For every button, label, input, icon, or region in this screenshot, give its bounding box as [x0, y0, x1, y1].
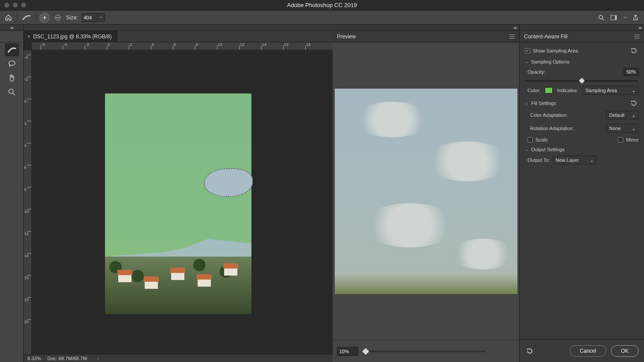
- rotation-adaptation-label: Rotation Adaptation:: [530, 126, 574, 131]
- window-titlebar: Adobe Photoshop CC 2019: [0, 0, 644, 11]
- zoom-tool[interactable]: [5, 86, 19, 99]
- app-title: Adobe Photoshop CC 2019: [0, 2, 644, 8]
- sampling-brush-tool[interactable]: [5, 43, 19, 56]
- chevron-down-icon: ⌄: [525, 60, 528, 64]
- collapse-preview-icon[interactable]: ▸▸: [514, 25, 517, 30]
- canvas-viewport[interactable]: [32, 50, 333, 354]
- show-sampling-area-label: Show Sampling Area: [533, 48, 578, 53]
- subtract-from-sampling-button[interactable]: [53, 13, 63, 22]
- document-tab[interactable]: × DSC_1123.jpg @ 8.33% (RGB/8): [24, 31, 117, 42]
- chevron-down-icon: ⌄: [590, 157, 594, 163]
- sampling-color-swatch[interactable]: [545, 87, 553, 93]
- output-settings-section[interactable]: ⌄ Output Settings: [525, 147, 639, 152]
- document-status-bar: 8.33% Doc: 68.7M/68.7M ›: [24, 354, 333, 362]
- separator: [36, 13, 36, 22]
- home-button[interactable]: [4, 13, 13, 22]
- options-bar: Size:: [0, 11, 644, 25]
- rotation-adaptation-dropdown[interactable]: None ⌄: [606, 124, 639, 133]
- share-icon[interactable]: [631, 13, 640, 22]
- svg-rect-6: [611, 15, 615, 20]
- brush-size-label: Size:: [66, 15, 78, 21]
- output-settings-label: Output Settings: [531, 147, 565, 152]
- color-label: Color:: [528, 88, 540, 93]
- grip-strip: ▸▸ ▸▸ ▸▸: [0, 25, 644, 31]
- svg-line-10: [13, 93, 15, 95]
- image-foreground: [105, 257, 251, 314]
- lasso-tool[interactable]: [5, 57, 19, 71]
- opacity-label: Opacity:: [528, 69, 545, 75]
- selection-marquee: [204, 168, 253, 197]
- sampling-options-label: Sampling Options: [531, 59, 569, 64]
- chevron-down-icon: ⌄: [525, 147, 528, 152]
- output-to-dropdown[interactable]: New Layer ⌄: [553, 156, 597, 164]
- add-to-sampling-button[interactable]: [40, 13, 49, 22]
- reset-sampling-icon[interactable]: [629, 47, 639, 55]
- horizontal-ruler: -6-4-2024681012141618: [32, 42, 333, 50]
- document-tabs: × DSC_1123.jpg @ 8.33% (RGB/8): [24, 31, 333, 42]
- fill-settings-section[interactable]: ⌄ Fill Settings: [525, 99, 639, 107]
- caf-bottom-bar: Cancel OK: [520, 339, 644, 362]
- svg-line-5: [602, 19, 604, 20]
- search-icon[interactable]: [596, 13, 606, 22]
- status-caret-icon[interactable]: ›: [97, 356, 99, 361]
- close-tab-icon[interactable]: ×: [27, 34, 30, 40]
- color-adaptation-dropdown[interactable]: Default ⌄: [606, 111, 639, 119]
- chevron-down-icon: ⌄: [632, 88, 636, 93]
- reset-fill-icon[interactable]: [629, 99, 639, 107]
- indicates-label: Indicates:: [557, 88, 578, 93]
- svg-point-4: [599, 15, 603, 19]
- ok-button[interactable]: OK: [611, 345, 639, 357]
- indicates-dropdown[interactable]: Sampling Area ⌄: [582, 86, 639, 95]
- document-area: × DSC_1123.jpg @ 8.33% (RGB/8) -6-4-2024…: [24, 31, 333, 362]
- brush-size-input[interactable]: [82, 13, 97, 22]
- panel-menu-icon[interactable]: [509, 34, 515, 39]
- content-aware-fill-panel: Content-Aware Fill Show Sampling Area ⌄ …: [520, 31, 644, 362]
- caf-panel-title: Content-Aware Fill: [524, 34, 567, 40]
- status-doc-size[interactable]: Doc: 68.7M/68.7M: [47, 356, 87, 361]
- svg-point-9: [9, 89, 13, 93]
- collapse-tools-icon[interactable]: ▸▸: [11, 25, 13, 30]
- fill-settings-label: Fill Settings: [531, 101, 556, 106]
- separator: [17, 13, 17, 22]
- document-canvas: [105, 93, 251, 314]
- workspace-caret-icon[interactable]: [623, 13, 627, 22]
- preview-zoom-bar: [333, 340, 519, 362]
- color-adaptation-value: Default: [609, 112, 625, 118]
- mirror-label: Mirror: [626, 137, 639, 142]
- vertical-ruler: -4-202468101214161820: [24, 50, 32, 354]
- scale-label: Scale: [535, 137, 548, 142]
- show-sampling-area-checkbox[interactable]: [525, 48, 530, 53]
- indicates-value: Sampling Area: [585, 88, 617, 93]
- chevron-down-icon: ⌄: [525, 101, 528, 105]
- reset-all-icon[interactable]: [525, 347, 535, 355]
- preview-zoom-input[interactable]: [337, 347, 358, 356]
- hand-tool[interactable]: [5, 71, 19, 85]
- panel-menu-icon[interactable]: [634, 34, 640, 39]
- output-to-label: Output To:: [528, 157, 550, 163]
- color-adaptation-label: Color Adaptation:: [530, 112, 567, 118]
- status-zoom[interactable]: 8.33%: [27, 356, 41, 361]
- tool-strip: [0, 31, 24, 362]
- brush-size-dropdown[interactable]: [97, 13, 105, 22]
- sampling-options-section[interactable]: ⌄ Sampling Options: [525, 59, 639, 64]
- scale-checkbox[interactable]: [528, 137, 533, 142]
- collapse-rightpanel-icon[interactable]: ▸▸: [639, 25, 641, 30]
- document-tab-title: DSC_1123.jpg @ 8.33% (RGB/8): [33, 34, 112, 40]
- workspace-switcher[interactable]: [610, 13, 619, 22]
- preview-panel-title: Preview: [337, 34, 356, 40]
- brush-preview-icon[interactable]: [21, 13, 32, 22]
- svg-rect-7: [615, 15, 617, 20]
- opacity-slider[interactable]: [525, 80, 639, 82]
- output-to-value: New Layer: [556, 157, 579, 163]
- preview-zoom-slider[interactable]: [363, 351, 486, 352]
- cancel-button[interactable]: Cancel: [569, 345, 606, 357]
- rotation-adaptation-value: None: [609, 126, 621, 131]
- opacity-input[interactable]: [624, 68, 639, 76]
- preview-panel: Preview: [333, 31, 520, 362]
- mirror-checkbox[interactable]: [618, 137, 623, 142]
- chevron-down-icon: ⌄: [632, 126, 636, 131]
- chevron-down-icon: ⌄: [632, 112, 636, 118]
- svg-point-8: [9, 61, 15, 65]
- preview-image[interactable]: [335, 89, 517, 294]
